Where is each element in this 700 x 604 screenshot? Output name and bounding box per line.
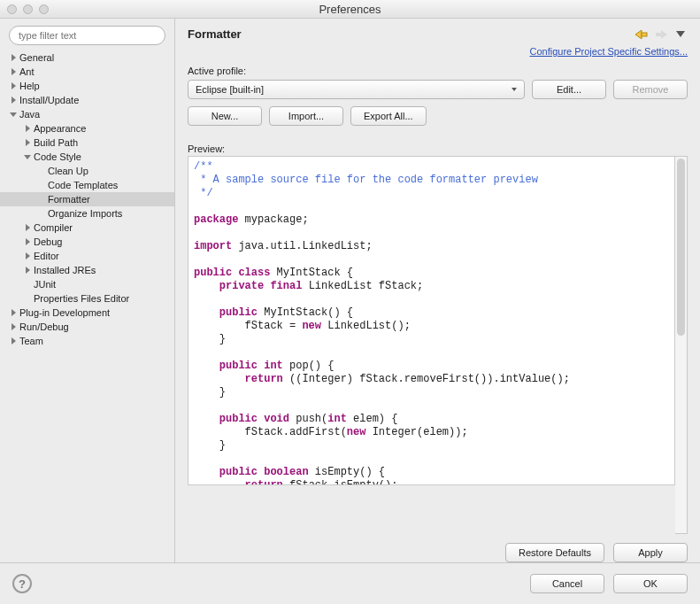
tree-spacer: [23, 280, 32, 289]
view-menu-icon[interactable]: [673, 28, 688, 41]
svg-rect-1: [656, 33, 661, 36]
tree-item-label: Run/Debug: [19, 321, 69, 332]
disclosure-arrow-icon[interactable]: [9, 322, 18, 331]
restore-defaults-button[interactable]: Restore Defaults: [505, 543, 604, 562]
disclosure-arrow-icon[interactable]: [23, 223, 32, 232]
disclosure-arrow-icon[interactable]: [9, 67, 18, 76]
sidebar: GeneralAntHelpInstall/UpdateJavaAppearan…: [0, 19, 175, 562]
disclosure-arrow-icon[interactable]: [9, 308, 18, 317]
edit-button[interactable]: Edit...: [532, 80, 606, 99]
nav-back-icon[interactable]: [635, 28, 649, 41]
tree-item-label: Install/Update: [19, 95, 79, 105]
tree-item-clean-up[interactable]: Clean Up: [0, 164, 174, 178]
tree-item-help[interactable]: Help: [0, 79, 174, 93]
preferences-tree[interactable]: GeneralAntHelpInstall/UpdateJavaAppearan…: [0, 49, 174, 355]
tree-spacer: [23, 294, 32, 303]
scrollbar-thumb[interactable]: [677, 159, 685, 336]
disclosure-arrow-icon[interactable]: [23, 266, 32, 275]
svg-rect-0: [642, 33, 647, 36]
active-profile-select[interactable]: Eclipse [built-in]: [188, 80, 525, 99]
tree-item-code-templates[interactable]: Code Templates: [0, 178, 174, 192]
import-button[interactable]: Import...: [269, 106, 343, 126]
preview-label: Preview:: [188, 143, 225, 154]
disclosure-arrow-icon[interactable]: [9, 53, 18, 62]
export-all-button[interactable]: Export All...: [350, 106, 427, 126]
tree-item-properties-files-editor[interactable]: Properties Files Editor: [0, 291, 174, 306]
tree-item-plug-in-development[interactable]: Plug-in Development: [0, 306, 174, 320]
tree-item-label: Code Style: [34, 151, 81, 162]
configure-project-link[interactable]: Configure Project Specific Settings...: [529, 46, 688, 57]
tree-spacer: [37, 166, 46, 175]
tree-item-label: Build Path: [34, 137, 78, 148]
tree-item-organize-imports[interactable]: Organize Imports: [0, 206, 174, 221]
tree-item-label: Ant: [19, 66, 35, 77]
tree-item-build-path[interactable]: Build Path: [0, 136, 174, 150]
help-icon[interactable]: ?: [12, 574, 32, 593]
disclosure-arrow-icon[interactable]: [9, 337, 18, 345]
tree-item-install-update[interactable]: Install/Update: [0, 93, 174, 107]
tree-item-label: Help: [19, 81, 40, 91]
apply-button[interactable]: Apply: [613, 543, 688, 562]
ok-button[interactable]: OK: [613, 574, 688, 593]
preview-scrollbar[interactable]: [675, 156, 688, 534]
disclosure-arrow-icon[interactable]: [23, 124, 32, 133]
disclosure-arrow-icon[interactable]: [9, 96, 18, 105]
cancel-button[interactable]: Cancel: [530, 574, 604, 593]
disclosure-arrow-icon[interactable]: [23, 152, 32, 161]
tree-item-installed-jres[interactable]: Installed JREs: [0, 263, 174, 277]
disclosure-arrow-icon[interactable]: [23, 237, 32, 246]
tree-item-general[interactable]: General: [0, 50, 174, 65]
tree-item-debug[interactable]: Debug: [0, 235, 174, 249]
tree-item-label: Installed JREs: [34, 265, 96, 275]
tree-item-ant[interactable]: Ant: [0, 65, 174, 79]
tree-item-label: Java: [19, 109, 40, 120]
tree-item-label: General: [19, 52, 54, 63]
tree-item-label: Organize Imports: [48, 208, 122, 219]
disclosure-arrow-icon[interactable]: [9, 81, 18, 90]
tree-item-compiler[interactable]: Compiler: [0, 221, 174, 235]
tree-item-java[interactable]: Java: [0, 107, 174, 121]
new-button[interactable]: New...: [188, 106, 262, 126]
tree-item-label: Code Templates: [48, 180, 118, 190]
page-title: Formatter: [188, 27, 635, 41]
preview-area: /** * A sample source file for the code …: [188, 156, 675, 485]
tree-item-editor[interactable]: Editor: [0, 249, 174, 263]
tree-item-label: Compiler: [34, 222, 73, 233]
tree-spacer: [37, 181, 46, 190]
tree-item-junit[interactable]: JUnit: [0, 277, 174, 291]
active-profile-label: Active profile:: [188, 66, 688, 76]
filter-input[interactable]: [9, 26, 165, 45]
tree-item-appearance[interactable]: Appearance: [0, 121, 174, 136]
disclosure-arrow-icon[interactable]: [9, 110, 18, 119]
active-profile-value: Eclipse [built-in]: [196, 84, 264, 95]
tree-item-label: Team: [19, 336, 43, 346]
tree-item-code-style[interactable]: Code Style: [0, 150, 174, 164]
tree-item-label: Appearance: [34, 123, 86, 134]
tree-item-label: Debug: [34, 236, 62, 247]
tree-spacer: [37, 195, 46, 204]
content-pane: Formatter Configure Project Specific Set…: [175, 19, 700, 562]
tree-item-team[interactable]: Team: [0, 334, 174, 348]
tree-item-formatter[interactable]: Formatter: [0, 192, 174, 206]
footer: ? Cancel OK: [0, 562, 700, 604]
tree-item-label: Clean Up: [48, 166, 88, 176]
remove-button: Remove: [613, 80, 688, 99]
disclosure-arrow-icon[interactable]: [23, 252, 32, 260]
nav-forward-icon: [654, 28, 668, 41]
window-title: Preferences: [0, 3, 700, 16]
disclosure-arrow-icon[interactable]: [23, 138, 32, 147]
tree-item-label: JUnit: [34, 279, 56, 290]
tree-spacer: [37, 209, 46, 218]
tree-item-label: Properties Files Editor: [34, 293, 129, 304]
tree-item-label: Formatter: [48, 194, 90, 205]
tree-item-label: Plug-in Development: [19, 307, 110, 318]
titlebar: Preferences: [0, 0, 700, 19]
tree-item-label: Editor: [34, 251, 59, 261]
tree-item-run-debug[interactable]: Run/Debug: [0, 320, 174, 334]
